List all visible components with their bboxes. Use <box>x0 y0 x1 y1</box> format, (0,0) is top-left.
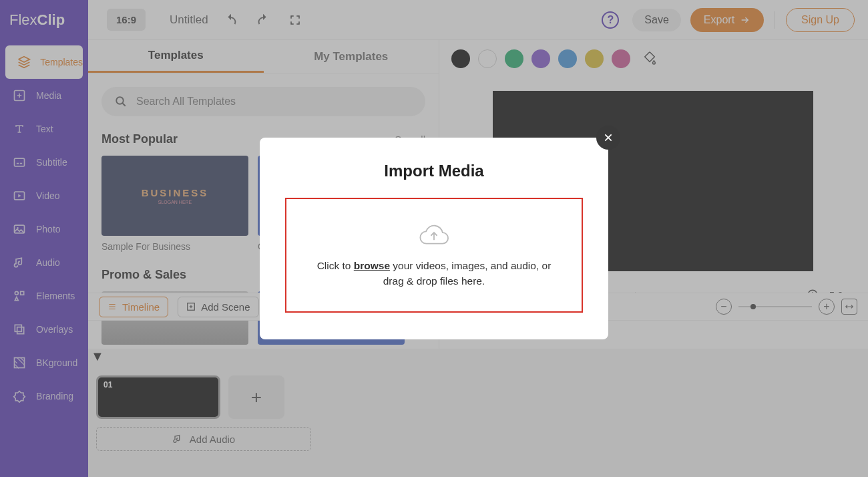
upload-icon <box>419 222 449 249</box>
modal-title: Import Media <box>285 162 583 180</box>
modal-overlay[interactable]: Import Media Click to browse your videos… <box>0 0 868 477</box>
close-icon <box>603 132 614 143</box>
close-button[interactable] <box>596 126 620 150</box>
import-media-modal: Import Media Click to browse your videos… <box>260 138 608 339</box>
dropzone[interactable]: Click to browse your videos, images, and… <box>285 198 583 313</box>
dropzone-text: Click to browse your videos, images, and… <box>313 258 555 289</box>
browse-link[interactable]: browse <box>354 260 390 271</box>
